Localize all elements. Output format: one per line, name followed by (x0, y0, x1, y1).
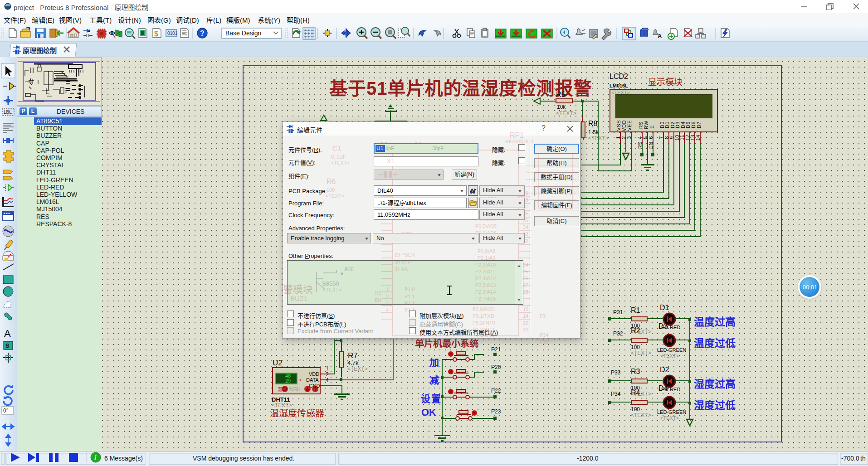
svg-text:?: ? (200, 29, 205, 37)
svg-text:0101: 0101 (167, 31, 178, 36)
svg-text:Base Design: Base Design (225, 29, 261, 37)
svg-text:S: S (5, 342, 10, 349)
svg-text:LBL: LBL (4, 110, 12, 115)
svg-text:A: A (4, 328, 11, 339)
svg-text:$: $ (154, 30, 158, 38)
svg-text:0°: 0° (3, 408, 9, 414)
svg-text:A: A (658, 33, 662, 39)
